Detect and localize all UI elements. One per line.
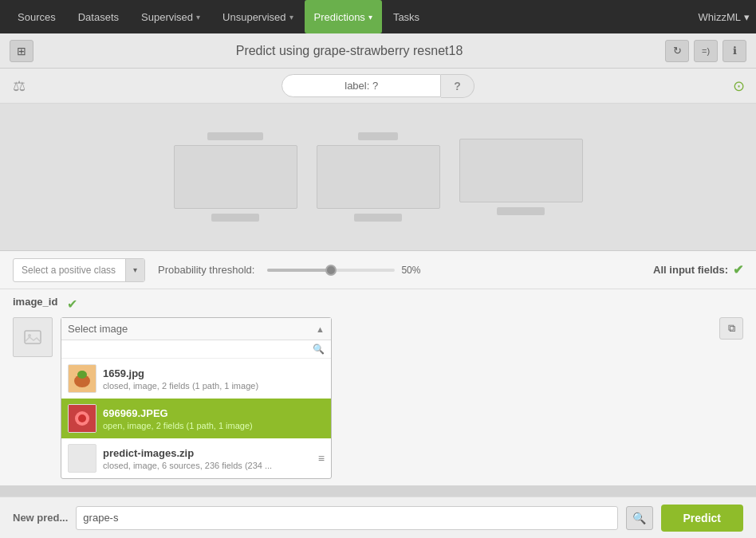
toolbar: ⊞ Predict using grape-strawberry resnet1… [0,33,756,69]
item-name-zip: predict-images.zip [103,447,312,459]
item-thumb-zip [68,444,96,473]
viz-placeholder [158,116,599,238]
zoom-button[interactable]: 🔍 [626,506,653,530]
search-row: 🔍 [61,340,331,359]
label-bar-section: ⚖ label: ? ? ⊙ [0,69,756,104]
question-mark: ? [454,80,461,92]
equals-icon: =) [702,46,710,56]
all-fields-label: All input fields: [653,264,728,276]
dropdown-item-1659[interactable]: 1659.jpg closed, image, 2 fields (1 path… [61,359,331,399]
probability-label: Probability threshold: [158,264,254,276]
nav-datasets[interactable]: Datasets [67,0,130,33]
equals-button[interactable]: =) [694,40,718,62]
grid-view-button[interactable]: ⊞ [10,40,33,62]
all-fields-wrapper: All input fields: ✔ [653,262,743,277]
viz-bot-bar-2 [354,214,402,222]
field-label: image_id [13,296,57,308]
viz-col-2 [317,132,440,222]
label-pill-group: label: ? ? [282,74,474,98]
svg-point-4 [77,371,87,379]
list-icon: ≡ [318,452,325,465]
top-navigation: Sources Datasets Supervised ▾ Unsupervis… [0,0,756,33]
viz-top-bar-2 [358,132,398,140]
image-placeholder-icon [23,328,42,347]
nav-predictions-label: Predictions [314,11,365,23]
dropdown-item-696969[interactable]: 696969.JPEG open, image, 2 fields (1 pat… [61,399,331,438]
probability-slider-wrapper: 50% [267,265,420,276]
whizzml-arrow: ▾ [744,11,750,23]
item-meta-696969: open, image, 2 fields (1 path, 1 image) [103,421,325,430]
info-icon: ℹ [733,45,737,57]
viz-box-3 [459,139,583,202]
nav-predictions[interactable]: Predictions ▾ [305,0,382,33]
item-image-1659 [69,365,96,392]
item-thumb-1659 [68,364,96,393]
viz-box-2 [317,145,440,209]
nav-predictions-arrow: ▾ [368,13,372,22]
select-header[interactable]: Select image ▲ [61,318,331,340]
item-name-696969: 696969.JPEG [103,407,325,419]
probability-value: 50% [401,265,420,276]
refresh-button[interactable]: ↻ [665,40,689,62]
page-title: Predict using grape-strawberry resnet18 [40,44,659,58]
nav-tasks[interactable]: Tasks [382,0,431,33]
item-meta-1659: closed, image, 2 fields (1 path, 1 image… [103,381,325,391]
item-info-1659: 1659.jpg closed, image, 2 fields (1 path… [103,367,325,391]
all-fields-check-icon[interactable]: ✔ [733,262,743,277]
positive-class-text: Select a positive class [14,265,125,276]
copy-button[interactable]: ⧉ [719,317,743,340]
probability-thumb[interactable] [325,265,337,276]
select-header-text: Select image [68,323,128,335]
bottom-bar: New pred... 🔍 Predict [0,497,756,538]
image-thumbnail [13,317,53,357]
viz-col-3 [459,139,583,215]
controls-bar: Select a positive class ▾ Probability th… [0,251,756,289]
field-row: Select image ▲ 🔍 [13,317,743,479]
positive-class-select[interactable]: Select a positive class ▾ [13,258,145,282]
visualization-area [0,104,756,251]
new-pred-input[interactable] [76,506,617,530]
svg-rect-0 [25,331,41,344]
zoom-icon: 🔍 [632,512,646,524]
viz-bot-bar-3 [497,207,545,215]
nav-unsupervised[interactable]: Unsupervised ▾ [211,0,305,33]
viz-col-1 [174,132,297,222]
nav-supervised[interactable]: Supervised ▾ [130,0,211,33]
nav-unsupervised-arrow: ▾ [289,13,293,22]
label-pill: label: ? [282,74,441,97]
whizzml-label: WhizzML [699,11,741,23]
field-header-row: image_id ✔ [13,296,743,312]
new-pred-label: New pred... [13,512,68,524]
globe-icon[interactable]: ⊙ [733,77,745,95]
input-section: image_id ✔ Select image ▲ 🔍 [0,289,756,485]
info-button[interactable]: ℹ [723,40,746,62]
probability-slider[interactable] [267,269,395,272]
toolbar-actions: ↻ =) ℹ [665,40,746,62]
search-input[interactable] [68,344,313,355]
viz-bot-bar-1 [211,214,259,222]
svg-point-7 [78,414,86,422]
item-meta-zip: closed, image, 6 sources, 236 fields (23… [103,461,312,470]
select-chevron-icon: ▲ [316,324,325,334]
copy-icon: ⧉ [728,322,735,335]
nav-sources[interactable]: Sources [6,0,67,33]
nav-unsupervised-label: Unsupervised [222,11,286,23]
search-icon: 🔍 [313,344,325,355]
nav-supervised-label: Supervised [141,11,193,23]
grid-icon: ⊞ [17,45,26,57]
refresh-icon: ↻ [673,45,682,57]
viz-top-bar-1 [207,132,263,140]
whizzml-menu[interactable]: WhizzML ▾ [699,11,750,23]
predict-button[interactable]: Predict [661,505,743,532]
item-info-696969: 696969.JPEG open, image, 2 fields (1 pat… [103,407,325,430]
dropdown-item-zip[interactable]: predict-images.zip closed, image, 6 sour… [61,438,331,478]
positive-class-arrow[interactable]: ▾ [125,258,144,282]
select-image-dropdown: Select image ▲ 🔍 [61,317,332,479]
item-name-1659: 1659.jpg [103,367,325,379]
item-info-zip: predict-images.zip closed, image, 6 sour… [103,447,312,470]
balance-scale-icon: ⚖ [13,77,26,95]
field-input-wrapper: Select image ▲ 🔍 [61,317,711,479]
nav-supervised-arrow: ▾ [196,13,200,22]
viz-box-1 [174,145,297,209]
field-checkbox[interactable]: ✔ [64,296,80,312]
